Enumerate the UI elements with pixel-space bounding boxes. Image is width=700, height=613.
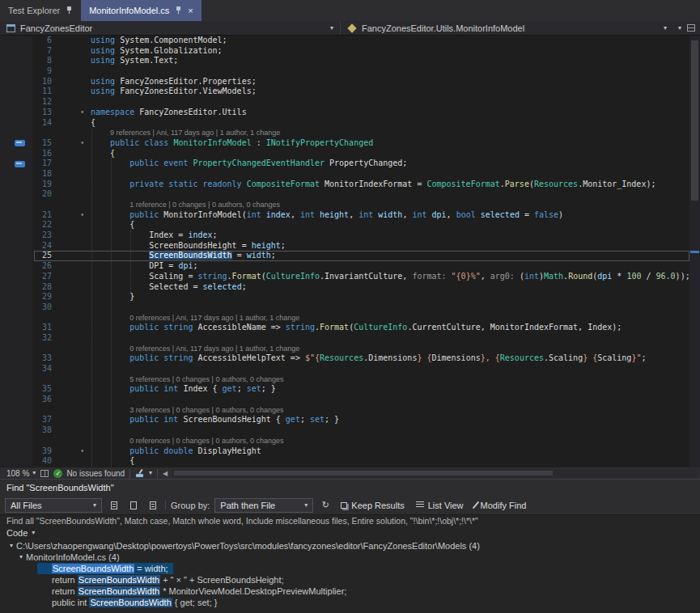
code-text: using FancyZonesEditor.ViewModels; xyxy=(91,87,700,97)
code-line[interactable]: 37 public int ScreenBoundsHeight { get; … xyxy=(0,415,700,425)
split-window-icon[interactable] xyxy=(687,24,695,32)
code-line[interactable]: 39▾ public double DisplayHeight xyxy=(0,446,700,457)
code-line[interactable]: 34 xyxy=(0,364,700,374)
codelens-row[interactable]: 0 references | Ani, 117 days ago | 1 aut… xyxy=(0,313,700,323)
scroll-left-icon[interactable]: ◀ xyxy=(163,470,168,477)
pane-layout-icon[interactable] xyxy=(40,470,49,477)
chevron-expanded-icon[interactable]: ▾ xyxy=(16,552,26,563)
project-dropdown[interactable]: FancyZonesEditor ▾ xyxy=(0,21,340,35)
codelens-row[interactable]: 0 references | 0 changes | 0 authors, 0 … xyxy=(0,436,700,446)
code-text: { xyxy=(91,149,700,159)
code-line[interactable]: 23 Index = index; xyxy=(0,230,700,241)
code-line[interactable]: 29 } xyxy=(0,292,700,302)
code-text: private static readonly CompositeFormat … xyxy=(91,180,700,190)
scrollbar-thumb[interactable] xyxy=(174,471,553,476)
type-name: FancyZonesEditor.Utils.MonitorInfoModel xyxy=(362,23,524,33)
code-editor[interactable]: 6using System.ComponentModel;7using Syst… xyxy=(0,36,700,467)
code-text: public string AccessibleHelpText => $"{R… xyxy=(91,353,700,364)
fold-caret-icon[interactable]: ▾ xyxy=(55,138,91,149)
code-line[interactable]: 30 xyxy=(0,302,700,313)
code-line[interactable]: 38 xyxy=(0,425,700,436)
chevron-down-icon[interactable]: ▾ xyxy=(678,25,681,32)
result-folder-row[interactable]: ▾ C:\Users\zhaopengwang\Desktop\powertoy… xyxy=(0,540,700,552)
code-line[interactable]: 22 { xyxy=(0,220,700,230)
list-view-toggle[interactable]: List View xyxy=(413,498,467,513)
scrollbar-thumb[interactable] xyxy=(691,40,698,201)
code-line[interactable]: 28 Selected = selected; xyxy=(0,282,700,293)
vertical-scrollbar[interactable] xyxy=(689,36,700,467)
codelens-row[interactable]: 0 references | Ani, 117 days ago | 1 aut… xyxy=(0,344,700,354)
find-result-line[interactable]: return ScreenBoundsWidth + " × " + Scree… xyxy=(0,574,700,586)
fold-caret-icon[interactable]: ▾ xyxy=(55,210,91,221)
code-line[interactable]: 36 xyxy=(0,395,700,405)
find-result-line[interactable]: public int ScreenBoundsWidth { get; set;… xyxy=(0,597,700,608)
pin-icon[interactable] xyxy=(175,6,182,15)
code-line[interactable]: 6using System.ComponentModel; xyxy=(0,36,700,46)
fold-caret-icon[interactable]: ▾ xyxy=(55,446,91,457)
keep-results-toggle[interactable]: Keep Results xyxy=(337,498,407,513)
line-number: 8 xyxy=(32,56,55,66)
code-line[interactable]: 27 Scaling = string.Format(CultureInfo.I… xyxy=(0,272,700,282)
code-filter-dropdown[interactable]: Code ▾ xyxy=(0,526,700,539)
code-line[interactable]: 31 public string AccessibleName => strin… xyxy=(0,323,700,333)
find-result-line[interactable]: return ScreenBoundsWidth * MonitorViewMo… xyxy=(0,586,700,597)
code-line[interactable]: 40 { xyxy=(0,456,700,467)
preview-button[interactable] xyxy=(146,498,160,513)
code-line[interactable]: 13▾namespace FancyZonesEditor.Utils xyxy=(0,108,700,118)
open-file-button[interactable] xyxy=(126,498,141,513)
gutter xyxy=(0,87,32,97)
code-text: namespace FancyZonesEditor.Utils xyxy=(91,108,700,118)
tab-test-explorer[interactable]: Test Explorer xyxy=(0,0,81,21)
line-number xyxy=(32,344,55,354)
find-result-line[interactable]: ScreenBoundsWidth = width; xyxy=(0,563,700,574)
code-line[interactable]: 14{ xyxy=(0,118,700,129)
gutter xyxy=(0,241,32,252)
code-line[interactable]: 8using System.Text; xyxy=(0,56,700,66)
code-line[interactable]: 10using FancyZonesEditor.Properties; xyxy=(0,77,700,87)
repeat-find-button[interactable]: ↻ xyxy=(318,498,333,513)
codelens-pin-icon[interactable] xyxy=(15,140,25,146)
code-line[interactable]: 25 ScreenBoundsWidth = width; xyxy=(0,251,700,261)
modify-find-button[interactable]: Modify Find xyxy=(472,498,530,513)
line-number: 22 xyxy=(32,220,55,230)
code-text xyxy=(91,395,700,405)
zoom-dropdown[interactable]: 108 % ▾ xyxy=(6,469,36,478)
code-line[interactable]: 11using FancyZonesEditor.ViewModels; xyxy=(0,87,700,97)
group-by-dropdown[interactable]: Path then File ▾ xyxy=(214,498,313,513)
code-line[interactable]: 32 xyxy=(0,333,700,344)
code-line[interactable]: 12 xyxy=(0,97,700,108)
document-health-indicator[interactable]: ✓ No issues found xyxy=(53,469,125,478)
code-cleanup-icon[interactable] xyxy=(135,469,144,478)
tab-monitorinfomodel[interactable]: MonitorInfoModel.cs × xyxy=(81,0,201,21)
code-line[interactable]: 15▾ public class MonitorInfoModel : INot… xyxy=(0,138,700,149)
code-line[interactable]: 26 DPI = dpi; xyxy=(0,261,700,272)
horizontal-scrollbar[interactable] xyxy=(172,469,698,477)
code-line[interactable]: 7using System.Globalization; xyxy=(0,46,700,57)
code-line[interactable]: 20 xyxy=(0,189,700,200)
find-panel-title[interactable]: Find "ScreenBoundsWidth" xyxy=(0,480,700,496)
code-line[interactable]: 33 public string AccessibleHelpText => $… xyxy=(0,353,700,364)
chevron-down-icon[interactable]: ▾ xyxy=(149,470,152,476)
codelens-row[interactable]: 3 references | 0 changes | 0 authors, 0 … xyxy=(0,405,700,416)
code-line[interactable]: 18 xyxy=(0,169,700,180)
close-icon[interactable]: × xyxy=(188,6,193,15)
code-line[interactable]: 17 public event PropertyChangedEventHand… xyxy=(0,159,700,169)
code-line[interactable]: 16 { xyxy=(0,149,700,159)
result-file-row[interactable]: ▾ MonitorInfoModel.cs (4) xyxy=(0,552,700,563)
code-line[interactable]: 19 private static readonly CompositeForm… xyxy=(0,180,700,190)
fold-caret-icon[interactable]: ▾ xyxy=(55,108,91,118)
codelens-row[interactable]: 5 references | 0 changes | 0 authors, 0 … xyxy=(0,374,700,385)
pin-icon[interactable] xyxy=(66,6,73,15)
copy-results-button[interactable] xyxy=(107,498,121,513)
line-number: 37 xyxy=(32,415,55,425)
codelens-pin-icon[interactable] xyxy=(15,161,25,167)
scope-dropdown[interactable]: All Files ▾ xyxy=(5,498,102,513)
code-line[interactable]: 21▾ public MonitorInfoModel(int index, i… xyxy=(0,210,700,221)
code-line[interactable]: 9 xyxy=(0,66,700,77)
type-dropdown[interactable]: FancyZonesEditor.Utils.MonitorInfoModel … xyxy=(340,21,673,35)
chevron-expanded-icon[interactable]: ▾ xyxy=(6,540,16,552)
codelens-row[interactable]: 1 reference | 0 changes | 0 authors, 0 c… xyxy=(0,200,700,210)
code-line[interactable]: 35 public int Index { get; set; } xyxy=(0,384,700,395)
code-line[interactable]: 24 ScreenBoundsHeight = height; xyxy=(0,241,700,252)
codelens-row[interactable]: 9 references | Ani, 117 days ago | 1 aut… xyxy=(0,128,700,138)
